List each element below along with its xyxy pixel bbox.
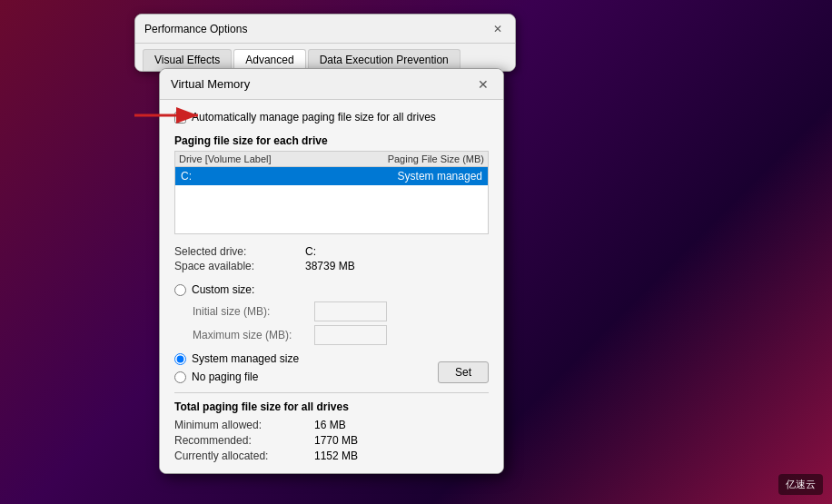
total-section: Total paging file size for all drives Mi… [174, 392, 489, 462]
set-button[interactable]: Set [438, 361, 489, 383]
no-paging-radio-row: No paging file [174, 371, 299, 383]
auto-manage-row: Automatically manage paging file size fo… [174, 111, 489, 124]
system-managed-label: System managed size [192, 352, 299, 365]
virtual-memory-dialog: Virtual Memory ✕ Automatically manage pa… [159, 68, 504, 474]
drive-size: System managed [398, 170, 482, 183]
col-size: Paging File Size (MB) [388, 153, 484, 164]
system-and-set-row: System managed size No paging file Set [174, 352, 489, 383]
watermark: 亿速云 [778, 474, 823, 495]
currently-allocated-value: 1152 MB [314, 450, 489, 462]
col-drive: Drive [Volume Label] [179, 153, 272, 164]
recommended-value: 1770 MB [314, 434, 489, 447]
table-header: Drive [Volume Label] Paging File Size (M… [174, 151, 489, 166]
system-managed-radio[interactable] [174, 353, 186, 365]
no-paging-label: No paging file [192, 371, 258, 383]
total-grid: Minimum allowed: 16 MB Recommended: 1770… [174, 419, 489, 462]
drive-row-c[interactable]: C: System managed [175, 167, 488, 185]
radio-section: Custom size: Initial size (MB): Maximum … [174, 283, 489, 383]
max-size-input[interactable] [314, 325, 387, 345]
dialog-close-btn[interactable]: ✕ [474, 75, 492, 94]
custom-size-row: Custom size: [174, 283, 489, 296]
perf-options-title: Performance Options [144, 23, 247, 35]
perf-options-close-btn[interactable]: ✕ [490, 21, 506, 37]
drive-label: C: [181, 170, 192, 183]
no-paging-radio[interactable] [174, 371, 186, 383]
set-button-container: Set [438, 361, 489, 383]
custom-size-inputs: Initial size (MB): Maximum size (MB): [193, 301, 489, 345]
system-managed-row: System managed size No paging file [174, 352, 299, 383]
min-allowed-label: Minimum allowed: [174, 419, 311, 431]
initial-size-input[interactable] [314, 301, 387, 321]
total-title: Total paging file size for all drives [174, 400, 489, 413]
auto-manage-checkbox[interactable] [174, 112, 186, 124]
dialog-title: Virtual Memory [171, 77, 250, 91]
perf-options-titlebar: Performance Options ✕ [135, 15, 515, 44]
selected-drive-value: C: [305, 245, 489, 258]
auto-manage-label: Automatically manage paging file size fo… [192, 111, 436, 124]
custom-size-radio[interactable] [174, 284, 186, 296]
max-size-label: Maximum size (MB): [193, 325, 311, 345]
space-available-label: Space available: [174, 260, 302, 272]
drive-info: Selected drive: C: Space available: 3873… [174, 245, 489, 272]
min-allowed-value: 16 MB [314, 419, 489, 431]
currently-allocated-label: Currently allocated: [174, 450, 311, 462]
system-managed-radio-row: System managed size [174, 352, 299, 365]
dialog-titlebar: Virtual Memory ✕ [160, 69, 503, 100]
dialog-body: Automatically manage paging file size fo… [160, 100, 503, 473]
perf-options-tabs: Visual Effects Advanced Data Execution P… [135, 44, 515, 71]
space-available-value: 38739 MB [305, 260, 489, 272]
paging-section-label: Paging file size for each drive [174, 134, 489, 147]
custom-size-label: Custom size: [192, 283, 254, 296]
perf-options-window: Performance Options ✕ Visual Effects Adv… [134, 14, 516, 72]
drive-list[interactable]: C: System managed [174, 166, 489, 234]
selected-drive-label: Selected drive: [174, 245, 302, 258]
recommended-label: Recommended: [174, 434, 311, 447]
initial-size-label: Initial size (MB): [193, 301, 311, 321]
